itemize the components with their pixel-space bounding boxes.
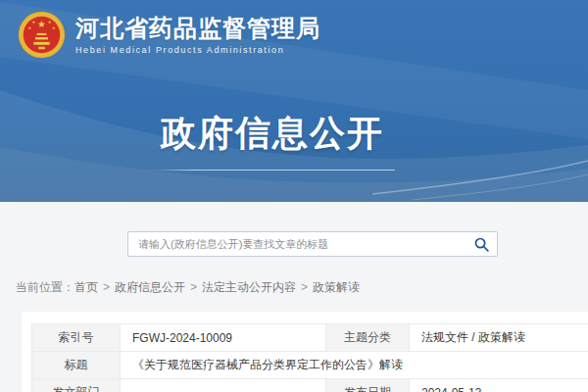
field-index-value: FGWJ-2024-10009 bbox=[121, 324, 326, 352]
table-row: 索引号 FGWJ-2024-10009 主题分类 法规文件 / 政策解读 bbox=[32, 324, 588, 352]
page: ★ ★ ★ ★ ★ 河北省药品监督管理局 Hebei Medical Produ… bbox=[0, 0, 588, 392]
site-title: 河北省药品监督管理局 Hebei Medical Products Admini… bbox=[75, 15, 320, 56]
national-emblem-icon: ★ ★ ★ ★ ★ bbox=[18, 11, 66, 59]
table-row: 标题 《关于规范医疗器械产品分类界定工作的公告》解读 bbox=[32, 352, 588, 379]
breadcrumb-label: 当前位置： bbox=[16, 280, 74, 294]
breadcrumb-item-home[interactable]: 首页 bbox=[74, 280, 98, 294]
breadcrumb: 当前位置：首页>政府信息公开>法定主动公开内容>政策解读 bbox=[16, 279, 360, 296]
svg-text:★: ★ bbox=[27, 25, 31, 30]
site-title-cn: 河北省药品监督管理局 bbox=[75, 15, 320, 42]
breadcrumb-separator: > bbox=[301, 280, 308, 294]
field-title-label: 标题 bbox=[32, 352, 121, 379]
field-date-label: 发布日期 bbox=[326, 379, 410, 392]
breadcrumb-separator: > bbox=[190, 280, 197, 294]
svg-text:★: ★ bbox=[32, 20, 36, 24]
document-panel: 索引号 FGWJ-2024-10009 主题分类 法规文件 / 政策解读 标题 … bbox=[22, 312, 588, 392]
search-button[interactable] bbox=[466, 232, 497, 256]
field-title-value: 《关于规范医疗器械产品分类界定工作的公告》解读 bbox=[121, 352, 588, 379]
breadcrumb-item-statutory-disclosure[interactable]: 法定主动公开内容 bbox=[202, 280, 296, 294]
breadcrumb-separator: > bbox=[103, 280, 110, 294]
breadcrumb-item-policy-interpretation: 政策解读 bbox=[313, 280, 360, 294]
search-box bbox=[127, 231, 498, 257]
field-category-label: 主题分类 bbox=[326, 324, 410, 352]
svg-text:★: ★ bbox=[48, 20, 52, 24]
hero-banner: ★ ★ ★ ★ ★ 河北省药品监督管理局 Hebei Medical Produ… bbox=[0, 0, 588, 202]
banner-title-block: 政府信息公开 bbox=[150, 110, 395, 171]
search-input[interactable] bbox=[128, 232, 466, 256]
svg-text:★: ★ bbox=[37, 19, 46, 29]
search-icon bbox=[473, 236, 490, 253]
field-department-label: 发文部门 bbox=[32, 379, 121, 392]
breadcrumb-item-info-disclosure[interactable]: 政府信息公开 bbox=[115, 280, 185, 294]
field-department-value bbox=[121, 379, 326, 392]
title-underline bbox=[150, 170, 395, 171]
svg-text:★: ★ bbox=[52, 25, 56, 30]
field-category-value: 法规文件 / 政策解读 bbox=[410, 324, 588, 352]
site-logo[interactable]: ★ ★ ★ ★ ★ 河北省药品监督管理局 Hebei Medical Produ… bbox=[18, 11, 320, 59]
field-index-label: 索引号 bbox=[32, 324, 121, 352]
site-title-en: Hebei Medical Products Administration bbox=[75, 45, 320, 55]
field-date-value: 2024-05-13 bbox=[410, 379, 588, 392]
page-title: 政府信息公开 bbox=[150, 110, 395, 158]
table-row: 发文部门 发布日期 2024-05-13 bbox=[32, 379, 588, 392]
document-meta-table: 索引号 FGWJ-2024-10009 主题分类 法规文件 / 政策解读 标题 … bbox=[31, 323, 588, 392]
